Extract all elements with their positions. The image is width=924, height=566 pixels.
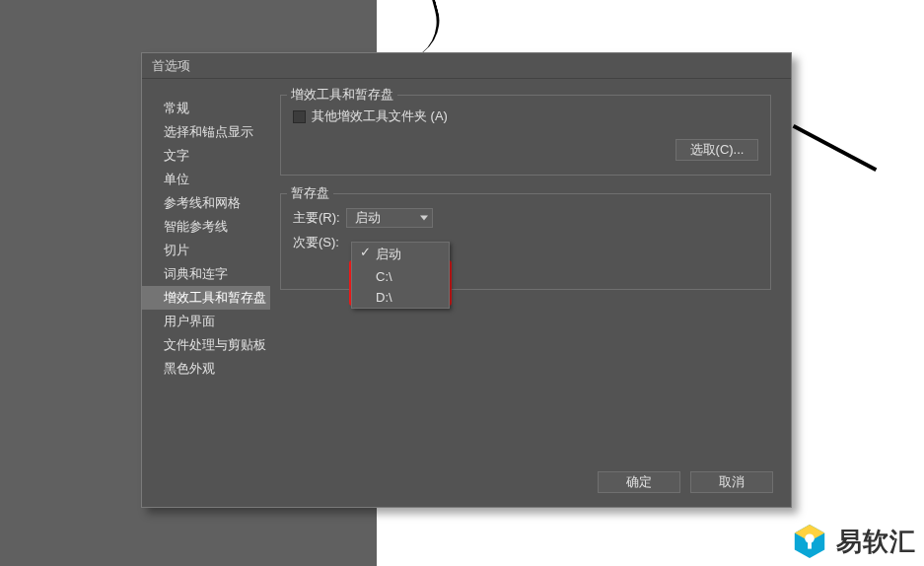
- sidebar-item-guides-grid[interactable]: 参考线和网格: [142, 191, 270, 215]
- primary-combo-value: 启动: [355, 210, 381, 225]
- dropdown-option-label: 启动: [376, 247, 401, 261]
- dropdown-option-label: C:\: [376, 269, 392, 284]
- sidebar-item-plugins-scratch[interactable]: 增效工具和暂存盘: [142, 286, 270, 310]
- other-plugin-folder-label: 其他增效工具文件夹 (A): [312, 107, 448, 125]
- sidebar-item-smart-guides[interactable]: 智能参考线: [142, 215, 270, 239]
- logo-text: 易软汇: [836, 525, 916, 559]
- primary-label: 主要(R):: [293, 209, 340, 227]
- sidebar-item-selection-anchor[interactable]: 选择和锚点显示: [142, 120, 270, 144]
- other-plugin-folder-checkbox[interactable]: [293, 110, 306, 123]
- chevron-down-icon: [420, 216, 428, 221]
- scratch-disk-group: 暂存盘 主要(R): 启动 次要(S): ✓ 启动: [280, 193, 771, 290]
- logo-icon: [791, 523, 828, 560]
- cancel-button[interactable]: 取消: [690, 471, 773, 493]
- watermark-logo: 易软汇: [791, 523, 916, 560]
- dropdown-option-d[interactable]: D:\: [352, 287, 449, 308]
- sidebar-item-hyphenation[interactable]: 词典和连字: [142, 262, 270, 286]
- secondary-label: 次要(S):: [293, 234, 339, 251]
- svg-rect-3: [808, 541, 812, 549]
- check-icon: ✓: [360, 245, 371, 259]
- dialog-title: 首选项: [142, 53, 791, 79]
- scratch-disk-group-title: 暂存盘: [287, 184, 333, 202]
- plugins-group-title: 增效工具和暂存盘: [287, 86, 397, 104]
- preferences-dialog: 首选项 常规 选择和锚点显示 文字 单位 参考线和网格 智能参考线 切片 词典和…: [141, 52, 792, 508]
- ok-button[interactable]: 确定: [598, 471, 680, 493]
- main-panel: 增效工具和暂存盘 其他增效工具文件夹 (A) 选取(C)... 暂存盘 主要(R…: [270, 79, 791, 507]
- sidebar-item-units[interactable]: 单位: [142, 168, 270, 191]
- dropdown-option-label: D:\: [376, 290, 392, 305]
- primary-combo[interactable]: 启动: [346, 208, 433, 228]
- category-sidebar: 常规 选择和锚点显示 文字 单位 参考线和网格 智能参考线 切片 词典和连字 增…: [142, 79, 270, 507]
- primary-dropdown: ✓ 启动 C:\ D:\: [351, 242, 450, 309]
- sidebar-item-file-clipboard[interactable]: 文件处理与剪贴板: [142, 333, 270, 357]
- sidebar-item-general[interactable]: 常规: [142, 97, 270, 120]
- plugins-group: 增效工具和暂存盘 其他增效工具文件夹 (A) 选取(C)...: [280, 95, 771, 176]
- sidebar-item-slices[interactable]: 切片: [142, 239, 270, 262]
- dropdown-option-startup[interactable]: ✓ 启动: [352, 243, 449, 266]
- sidebar-item-ui[interactable]: 用户界面: [142, 310, 270, 333]
- choose-button[interactable]: 选取(C)...: [675, 139, 758, 161]
- sidebar-item-black-appearance[interactable]: 黑色外观: [142, 357, 270, 381]
- dropdown-option-c[interactable]: C:\: [352, 266, 449, 287]
- sidebar-item-type[interactable]: 文字: [142, 144, 270, 168]
